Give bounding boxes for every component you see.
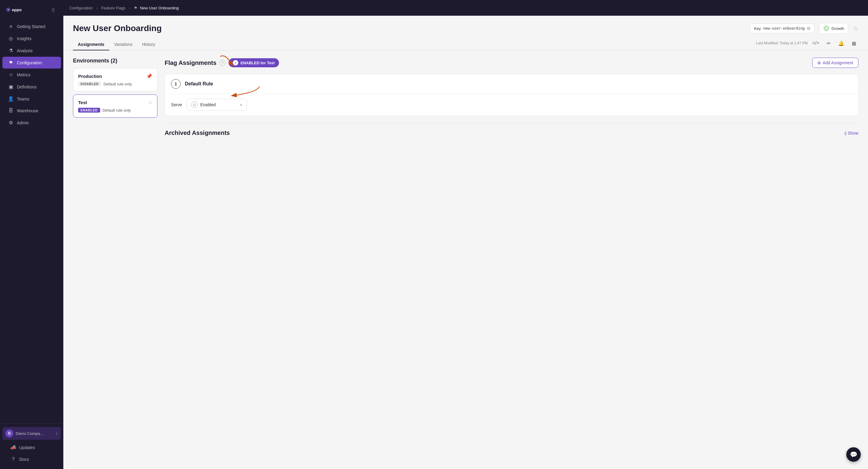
environment-card-production[interactable]: Production 📌 DISABLED Default rule only	[73, 68, 157, 91]
company-selector[interactable]: D Demo Compa... ∨	[2, 427, 61, 440]
svg-text:eppo: eppo	[12, 7, 22, 12]
key-badge: Key new-user-onboarding ⧉	[750, 24, 814, 33]
sidebar-item-configuration[interactable]: ⚑ Configuration	[2, 57, 61, 68]
page-title: New User Onboarding	[73, 24, 745, 33]
archived-title: Archived Assignments	[165, 129, 230, 137]
environments-panel: Environments (2) Production 📌 DISABLED D…	[73, 58, 157, 452]
chat-button[interactable]: 💬	[846, 447, 861, 462]
sidebar-item-teams[interactable]: 👤 Teams	[2, 93, 61, 105]
env-name-test: Test	[78, 100, 87, 105]
default-rule-section: 1 Default Rule Serve ⊘ Enabled	[165, 74, 858, 116]
sidebar-item-warehouse[interactable]: 🗄 Warehouse	[2, 105, 61, 117]
sidebar-bottom: D Demo Compa... ∨ 📣 Updates ? Docs	[0, 423, 63, 469]
growth-icon: ↑	[823, 25, 830, 32]
sidebar-logo-area: eppo ⟨|	[0, 0, 63, 18]
tabs: Assignments Variations History	[73, 39, 160, 50]
breadcrumb-flag-icon: ⚑	[134, 6, 137, 10]
tabs-bar: Assignments Variations History Last Modi…	[63, 34, 868, 50]
sidebar-item-docs[interactable]: ? Docs	[5, 453, 59, 465]
sidebar-item-getting-started[interactable]: ≡ Getting Started	[2, 21, 61, 32]
env-name-production: Production	[78, 74, 102, 79]
sidebar-item-label: Definitions	[17, 85, 36, 89]
tab-assignments[interactable]: Assignments	[73, 39, 109, 50]
table-view-button[interactable]: ▦	[849, 39, 858, 48]
env-card-header: Production 📌	[78, 74, 152, 79]
plus-icon: ⊕	[817, 60, 821, 65]
breadcrumb-sep-1: ›	[96, 6, 97, 10]
sidebar-item-label: Analysis	[17, 48, 33, 53]
sidebar-item-label: Configuration	[17, 60, 42, 65]
help-icon[interactable]: ?	[220, 60, 226, 66]
tab-history[interactable]: History	[137, 39, 160, 50]
serve-value: Enabled	[200, 102, 237, 107]
flag-assignments-panel: Flag Assignments ? ✓ ENABLED for Test ⊕	[165, 58, 858, 452]
getting-started-icon: ≡	[8, 24, 14, 29]
growth-badge: ↑ Growth	[819, 23, 848, 34]
definitions-icon: ▣	[8, 84, 14, 90]
archived-assignments-section: Archived Assignments ⟠ Show	[165, 123, 858, 142]
rule-title: Default Rule	[185, 81, 213, 87]
env-rule-production: Default rule only	[103, 82, 132, 86]
sidebar-item-updates[interactable]: 📣 Updates	[5, 442, 59, 453]
copy-key-button[interactable]: ⧉	[807, 26, 810, 31]
chevron-down-icon: ∨	[240, 102, 243, 107]
environments-title: Environments (2)	[73, 58, 157, 64]
star-icon[interactable]: ☆	[148, 99, 152, 105]
flag-assignments-title: Flag Assignments	[165, 59, 217, 66]
enabled-toggle-button[interactable]: ✓ ENABLED for Test	[228, 58, 279, 67]
sidebar-item-label: Docs	[19, 457, 29, 462]
sidebar: eppo ⟨| ≡ Getting Started ◎ Insights ⚗ A…	[0, 0, 63, 469]
environment-card-test[interactable]: Test ☆ ENABLED Default rule only	[73, 94, 157, 118]
eppo-logo: eppo	[6, 6, 24, 13]
sidebar-item-insights[interactable]: ◎ Insights	[2, 33, 61, 45]
status-badge-enabled: ENABLED	[78, 108, 100, 113]
sidebar-item-label: Insights	[17, 36, 31, 41]
rule-number: 1	[171, 79, 181, 89]
sidebar-item-label: Metrics	[17, 72, 30, 77]
serve-dropdown[interactable]: ⊘ Enabled ∨	[187, 99, 247, 111]
sidebar-item-definitions[interactable]: ▣ Definitions	[2, 81, 61, 93]
chevron-down-icon: ∨	[56, 432, 58, 436]
tab-variations[interactable]: Variations	[109, 39, 137, 50]
rule-body: Serve ⊘ Enabled ∨	[165, 94, 858, 116]
env-meta-test: ENABLED Default rule only	[78, 108, 152, 113]
sidebar-collapse-button[interactable]: ⟨|	[49, 5, 57, 14]
code-view-button[interactable]: </>	[811, 39, 820, 48]
sidebar-item-metrics[interactable]: ⊹ Metrics	[2, 69, 61, 81]
env-meta-production: DISABLED Default rule only	[78, 82, 152, 86]
show-archived-button[interactable]: ⟠ Show	[844, 131, 858, 136]
analysis-icon: ⚗	[8, 48, 14, 53]
toggle-circle: ✓	[233, 60, 238, 65]
sidebar-item-admin[interactable]: ⚙ Admin	[2, 117, 61, 128]
breadcrumb-feature-flags[interactable]: Feature Flags	[101, 6, 125, 10]
notifications-button[interactable]: 🔔	[837, 39, 846, 48]
page-wrapper: New User Onboarding Key new-user-onboard…	[63, 16, 868, 469]
edit-button[interactable]: ✏	[824, 39, 833, 48]
company-name: Demo Compa...	[16, 431, 53, 436]
flag-panel-left: Flag Assignments ? ✓ ENABLED for Test	[165, 58, 279, 67]
sidebar-navigation: ≡ Getting Started ◎ Insights ⚗ Analysis …	[0, 18, 63, 423]
env-rule-test: Default rule only	[102, 108, 131, 113]
env-card-header-test: Test ☆	[78, 99, 152, 105]
sidebar-item-label: Warehouse	[17, 108, 38, 113]
add-assignment-button[interactable]: ⊕ Add Assignment	[812, 58, 858, 68]
serve-row: Serve ⊘ Enabled ∨	[171, 99, 852, 111]
key-label: Key	[754, 26, 761, 31]
pin-icon: 📌	[146, 74, 152, 79]
sidebar-item-label: Getting Started	[17, 24, 45, 29]
sidebar-item-label: Teams	[17, 96, 29, 101]
insights-icon: ◎	[8, 36, 14, 41]
admin-icon: ⚙	[8, 120, 14, 125]
metrics-icon: ⊹	[8, 72, 14, 78]
flag-panel-header: Flag Assignments ? ✓ ENABLED for Test ⊕	[165, 58, 858, 68]
status-badge-disabled: DISABLED	[78, 82, 101, 86]
two-column-layout: Environments (2) Production 📌 DISABLED D…	[63, 50, 868, 459]
topbar: Configuration › Feature Flags › ⚑ New Us…	[63, 0, 868, 16]
breadcrumb-sep-2: ›	[129, 6, 130, 10]
breadcrumb-configuration[interactable]: Configuration	[69, 6, 93, 10]
page-header: New User Onboarding Key new-user-onboard…	[63, 16, 868, 34]
chevron-updown-icon: ⟠	[844, 131, 846, 136]
main-area: Configuration › Feature Flags › ⚑ New Us…	[63, 0, 868, 469]
favorite-star-button[interactable]: ☆	[853, 25, 858, 32]
sidebar-item-analysis[interactable]: ⚗ Analysis	[2, 45, 61, 56]
